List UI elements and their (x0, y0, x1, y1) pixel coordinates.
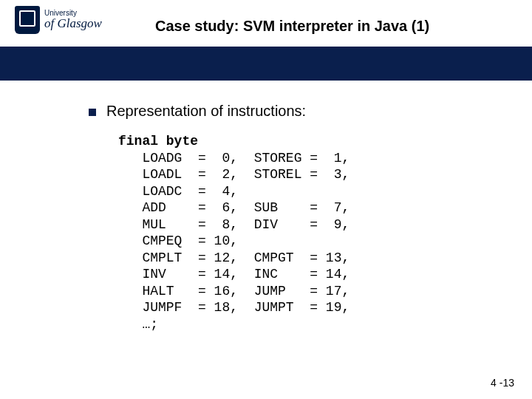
logo-text: University of Glasgow (44, 10, 102, 30)
code-block: final byte LOADG = 0, STOREG = 1, LOADL … (118, 133, 488, 332)
bullet-item: Representation of instructions: (89, 103, 488, 120)
logo-line2: of Glasgow (44, 17, 102, 30)
slide-header: University of Glasgow Case study: SVM in… (0, 0, 532, 44)
slide-body: Representation of instructions: final by… (0, 81, 532, 332)
university-logo: University of Glasgow (15, 6, 102, 34)
bullet-text: Representation of instructions: (106, 103, 306, 120)
crest-icon (15, 6, 40, 34)
header-divider (0, 49, 532, 81)
page-number: 4 -13 (491, 377, 514, 389)
slide-title: Case study: SVM interpreter in Java (1) (155, 18, 429, 35)
bullet-icon (89, 109, 96, 116)
